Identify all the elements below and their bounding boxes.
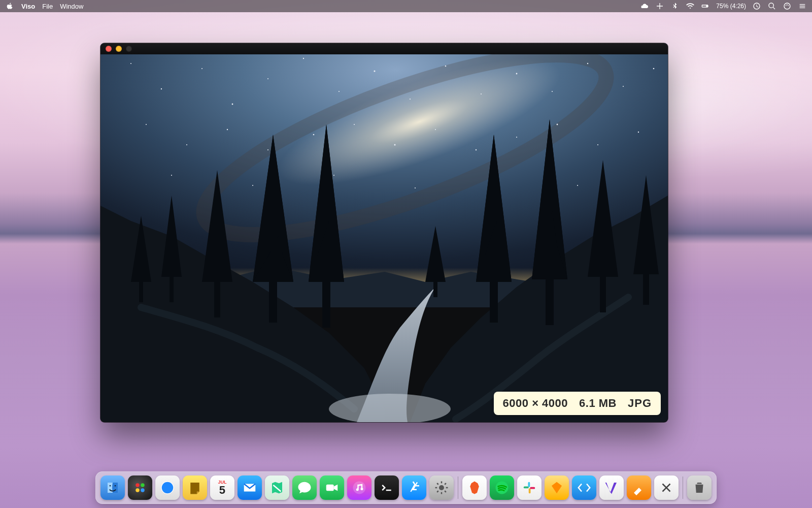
svg-point-17 (552, 91, 553, 92)
svg-point-30 (516, 137, 517, 138)
image-filesize: 6.1 MB (579, 397, 617, 410)
dock-app-spotify[interactable] (490, 475, 514, 500)
svg-point-39 (577, 185, 578, 186)
window-titlebar[interactable] (100, 43, 668, 54)
window-zoom-button[interactable] (126, 46, 132, 52)
image-info-badge: 6000 × 4000 6.1 MB JPG (494, 392, 661, 415)
siri-icon[interactable] (783, 2, 792, 11)
svg-point-36 (333, 175, 334, 176)
svg-rect-50 (643, 269, 649, 305)
battery-text[interactable]: 75% (4:26) (716, 3, 746, 10)
dock-app-terminal[interactable] (375, 475, 399, 500)
battery-icon[interactable] (701, 2, 710, 11)
clock-icon[interactable] (752, 2, 761, 11)
svg-rect-47 (490, 277, 498, 323)
active-app-name[interactable]: Viso (21, 3, 35, 10)
displayed-image[interactable] (100, 43, 668, 422)
dock-separator (458, 477, 458, 499)
cloud-sync-icon[interactable] (640, 2, 649, 11)
svg-point-12 (374, 70, 375, 72)
svg-point-54 (141, 483, 145, 487)
dock-app-stickies[interactable] (183, 475, 207, 500)
dock-app-brave[interactable] (462, 475, 487, 500)
svg-point-58 (162, 482, 174, 494)
svg-point-60 (353, 482, 366, 494)
dock-app-finder[interactable] (100, 475, 125, 500)
svg-point-9 (267, 78, 268, 79)
svg-rect-64 (524, 487, 529, 489)
dock-app-maps[interactable] (265, 475, 289, 500)
dock-app-utility-1[interactable] (627, 475, 651, 500)
dock-app-sketch[interactable] (545, 475, 569, 500)
svg-rect-45 (139, 277, 143, 302)
dock-app-itunes[interactable] (347, 475, 371, 500)
svg-point-31 (557, 124, 558, 125)
svg-point-55 (136, 488, 140, 492)
svg-rect-42 (214, 277, 220, 318)
svg-point-20 (653, 68, 655, 70)
svg-point-14 (445, 66, 447, 67)
svg-point-13 (410, 99, 411, 100)
svg-point-22 (186, 144, 187, 145)
svg-rect-43 (269, 277, 277, 323)
svg-rect-44 (322, 277, 330, 328)
calendar-day: 5 (219, 484, 225, 496)
svg-point-8 (232, 104, 233, 105)
dock-app-appstore[interactable] (402, 475, 426, 500)
dock-app-code-editor[interactable] (572, 475, 596, 500)
svg-point-6 (161, 88, 162, 89)
menu-file[interactable]: File (42, 3, 53, 10)
svg-point-51 (110, 485, 111, 487)
svg-point-52 (115, 485, 116, 487)
window-minimize-button[interactable] (116, 46, 122, 52)
svg-point-33 (638, 132, 639, 133)
svg-rect-63 (528, 482, 530, 487)
svg-point-27 (394, 144, 396, 146)
svg-point-0 (784, 3, 790, 9)
apple-logo-icon[interactable] (5, 2, 14, 11)
bluetooth-icon[interactable] (670, 2, 680, 11)
svg-point-10 (303, 58, 304, 59)
dock-app-system-preferences[interactable] (429, 475, 454, 500)
svg-point-11 (339, 91, 340, 92)
dock-app-mail[interactable] (238, 475, 262, 500)
dock-app-safari[interactable] (155, 475, 180, 500)
svg-point-32 (597, 144, 598, 145)
image-dimensions: 6000 × 4000 (503, 397, 568, 410)
spotlight-search-icon[interactable] (767, 2, 776, 11)
svg-point-61 (439, 485, 444, 490)
dock-app-facetime[interactable] (320, 475, 344, 500)
svg-rect-49 (600, 272, 606, 312)
dock-app-dashboard[interactable] (128, 475, 152, 500)
svg-rect-66 (530, 487, 535, 489)
svg-point-15 (481, 93, 482, 94)
svg-point-5 (130, 63, 131, 64)
window-close-button[interactable] (106, 46, 112, 52)
dock: JUL 5 (95, 471, 717, 504)
svg-point-37 (415, 187, 416, 188)
menu-window[interactable]: Window (60, 3, 83, 10)
svg-point-23 (227, 129, 228, 130)
svg-point-7 (201, 68, 202, 69)
image-format: JPG (628, 397, 652, 410)
svg-rect-48 (546, 274, 554, 325)
svg-rect-46 (433, 277, 437, 297)
dock-trash[interactable] (687, 475, 712, 500)
svg-point-18 (587, 63, 588, 64)
dock-app-utility-2[interactable] (654, 475, 679, 500)
svg-point-21 (146, 124, 147, 125)
dock-app-messages[interactable] (292, 475, 317, 500)
svg-point-24 (267, 149, 268, 150)
svg-rect-65 (529, 488, 531, 493)
notification-center-icon[interactable] (798, 2, 807, 11)
wifi-icon[interactable] (686, 2, 695, 11)
svg-point-35 (252, 185, 253, 186)
dock-app-calendar[interactable]: JUL 5 (210, 475, 234, 500)
dock-app-viso[interactable] (599, 475, 624, 500)
viso-window[interactable]: 6000 × 4000 6.1 MB JPG (100, 43, 668, 422)
menubar-extra-icon[interactable] (655, 2, 664, 11)
dock-app-slack[interactable] (517, 475, 542, 500)
svg-point-19 (623, 86, 624, 87)
svg-rect-59 (326, 485, 334, 491)
svg-point-26 (354, 124, 355, 125)
